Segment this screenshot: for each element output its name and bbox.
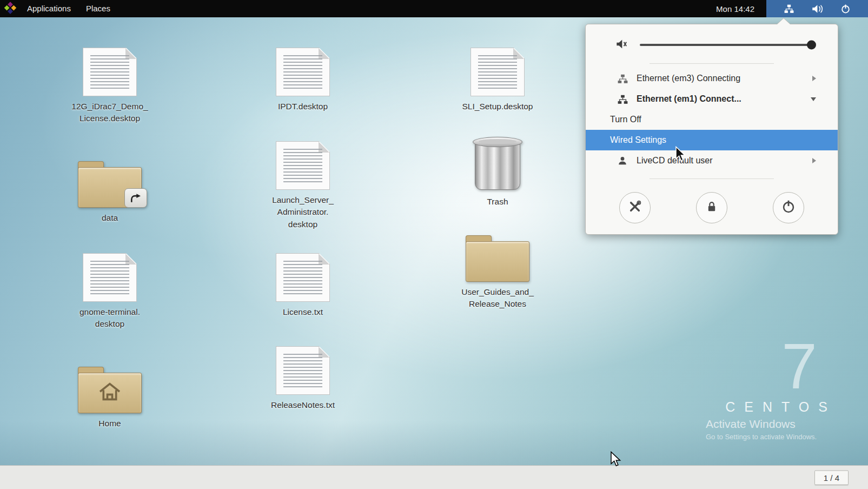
network-icon — [784, 4, 794, 13]
lock-icon — [706, 201, 718, 215]
desktop-icon-label: SLI_Setup.desktop — [446, 101, 549, 113]
desktop-icon-label: gnome-terminal. desktop — [58, 306, 161, 331]
desktop-icon-label: Home — [58, 418, 161, 429]
chevron-down-icon — [811, 97, 816, 101]
menu-item-label: Ethernet (em1) Connect... — [637, 94, 811, 104]
desktop-icon-launch-server-administrator[interactable]: Launch_Server_ Administrator. desktop — [251, 138, 354, 230]
volume-row — [586, 31, 838, 59]
menu-item-ethernet-em3[interactable]: Ethernet (em3) Connecting — [586, 68, 838, 89]
menu-item-label: Ethernet (em3) Connecting — [637, 74, 812, 83]
mouse-cursor-secondary — [610, 451, 622, 470]
activate-subtitle: Go to Settings to activate Windows. — [706, 433, 817, 441]
folder-icon — [78, 161, 142, 208]
home-folder-icon — [78, 367, 142, 413]
document-icon — [276, 346, 330, 395]
document-icon — [471, 48, 525, 96]
desktop-icon-label: ReleaseNotes.txt — [251, 399, 354, 411]
desktop: 12G_iDrac7_Demo_ License.desktop data gn… — [0, 0, 868, 489]
desktop-icon-label: Trash — [446, 196, 549, 208]
trash-icon — [475, 141, 520, 190]
centos-watermark: 7 CENTOS — [725, 334, 837, 415]
volume-slider[interactable] — [640, 44, 815, 46]
mouse-cursor — [675, 146, 687, 164]
power-icon — [841, 4, 850, 14]
menu-item-label: Wired Settings — [610, 135, 816, 145]
centos-brand: CENTOS — [725, 399, 837, 415]
lock-button[interactable] — [696, 192, 727, 223]
menu-item-label: Turn Off — [610, 115, 816, 124]
menu-item-wired-settings[interactable]: Wired Settings — [586, 130, 838, 150]
desktop-icon-idrac-license[interactable]: 12G_iDrac7_Demo_ License.desktop — [58, 44, 161, 125]
shortcut-emblem-icon — [124, 188, 147, 208]
house-icon — [98, 382, 122, 404]
desktop-icon-label: User_Guides_and_ Release_Notes — [446, 286, 549, 310]
speaker-icon — [616, 39, 629, 51]
system-status-area[interactable] — [766, 0, 868, 17]
desktop-icon-label: License.txt — [251, 306, 354, 318]
workspace-pager[interactable]: 1 / 4 — [814, 470, 849, 485]
network-icon — [616, 95, 629, 104]
power-icon — [782, 200, 795, 215]
menu-item-ethernet-em1[interactable]: Ethernet (em1) Connect... — [586, 89, 838, 109]
folder-icon — [466, 235, 529, 282]
centos-numeral: 7 — [725, 334, 817, 398]
centos-logo-icon — [3, 2, 17, 15]
document-icon — [83, 253, 137, 302]
desktop-icon-label: data — [58, 212, 161, 224]
document-icon — [276, 253, 330, 302]
chevron-right-icon — [812, 158, 816, 163]
desktop-icon-label: 12G_iDrac7_Demo_ License.desktop — [58, 101, 161, 125]
places-menu[interactable]: Places — [78, 0, 118, 17]
applications-menu[interactable]: Applications — [19, 0, 78, 17]
volume-slider-handle[interactable] — [807, 41, 816, 50]
desktop-icon-label: Launch_Server_ Administrator. desktop — [251, 194, 354, 230]
settings-icon — [628, 200, 641, 215]
document-icon — [83, 48, 137, 96]
volume-icon — [812, 4, 824, 14]
desktop-icon-user-guides[interactable]: User_Guides_and_ Release_Notes — [446, 230, 549, 310]
desktop-icon-sli-setup[interactable]: SLI_Setup.desktop — [446, 44, 549, 113]
activate-title: Activate Windows — [706, 418, 817, 431]
clock[interactable]: Mon 14:42 — [716, 4, 754, 14]
activate-windows-watermark: Activate Windows Go to Settings to activ… — [706, 418, 817, 441]
separator — [650, 179, 774, 179]
chevron-right-icon — [812, 76, 816, 81]
popover-notch — [777, 18, 790, 24]
bottom-bar: 1 / 4 — [0, 465, 868, 489]
menu-item-user[interactable]: LiveCD default user — [586, 150, 838, 171]
desktop-icon-ipdt[interactable]: IPDT.desktop — [251, 44, 354, 113]
user-icon — [616, 156, 629, 166]
system-buttons — [586, 183, 838, 223]
desktop-icon-trash[interactable]: Trash — [446, 140, 549, 208]
system-menu: Ethernet (em3) Connecting Ethernet (em1)… — [585, 24, 838, 235]
desktop-icon-home[interactable]: Home — [58, 361, 161, 429]
desktop-icon-data[interactable]: data — [58, 156, 161, 224]
menu-item-turn-off[interactable]: Turn Off — [586, 109, 838, 130]
document-icon — [276, 141, 330, 190]
network-icon — [616, 74, 629, 83]
desktop-icon-releasenotes-txt[interactable]: ReleaseNotes.txt — [251, 343, 354, 411]
document-icon — [276, 48, 330, 96]
desktop-icon-label: IPDT.desktop — [251, 101, 354, 113]
top-bar: Applications Places Mon 14:42 — [0, 0, 868, 17]
menu-item-label: LiveCD default user — [637, 156, 812, 166]
power-button[interactable] — [773, 192, 804, 223]
desktop-icon-license-txt[interactable]: License.txt — [251, 250, 354, 318]
desktop-icon-gnome-terminal[interactable]: gnome-terminal. desktop — [58, 250, 161, 331]
separator — [650, 63, 774, 64]
settings-button[interactable] — [619, 192, 651, 223]
